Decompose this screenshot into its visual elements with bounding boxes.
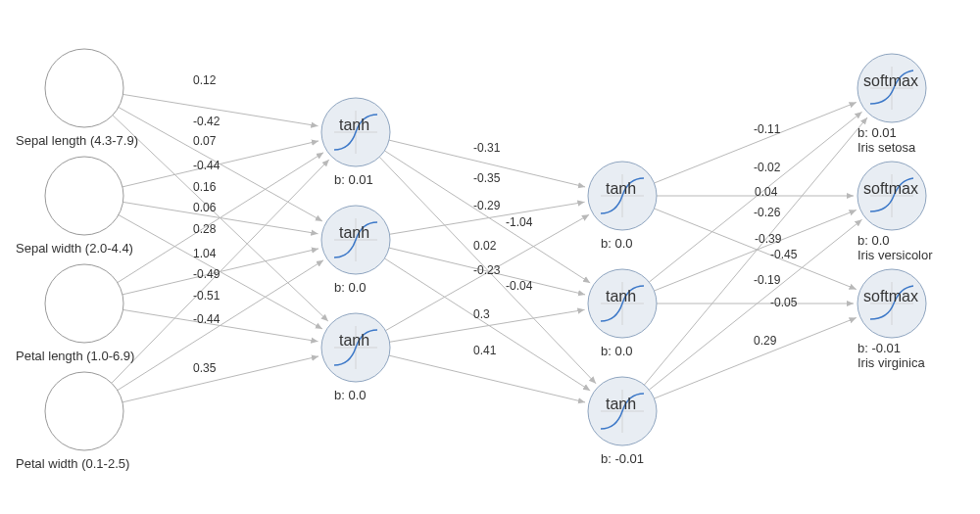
weight-label: 0.3	[473, 307, 490, 321]
input-label: Sepal width (2.0-4.4)	[16, 241, 133, 256]
weight-label: -0.35	[473, 171, 501, 185]
input-label: Petal length (1.0-6.9)	[16, 349, 134, 363]
activation-label: tanh	[606, 288, 636, 304]
weight-label: 0.35	[193, 361, 217, 375]
weight-label: -0.49	[193, 267, 220, 281]
weight-label: -0.05	[770, 296, 798, 309]
activation-label: tanh	[339, 332, 369, 349]
weight-label: -0.51	[193, 289, 220, 303]
weight-label: 0.06	[193, 201, 217, 214]
edge	[122, 356, 318, 402]
edge	[112, 160, 329, 383]
hidden1-node: tanhb: 0.0	[321, 206, 390, 295]
weight-label: -0.39	[755, 232, 782, 246]
edge	[384, 258, 590, 391]
weight-label: 0.02	[473, 239, 497, 253]
weight-label: -0.19	[754, 273, 781, 287]
edge	[118, 153, 323, 283]
weight-label: 0.12	[193, 73, 217, 87]
weight-label: -0.04	[506, 279, 533, 293]
output-node: softmaxb: -0.01Iris virginica	[858, 269, 926, 370]
weight-label: -0.42	[193, 115, 220, 128]
bias-label: b: -0.01	[858, 341, 901, 355]
bias-label: b: -0.01	[601, 451, 644, 466]
edge	[654, 317, 856, 398]
bias-label: b: 0.0	[601, 344, 633, 358]
weight-label: 0.28	[193, 222, 217, 236]
edge	[122, 141, 318, 187]
activation-label: softmax	[863, 72, 918, 89]
bias-label: b: 0.0	[334, 388, 367, 402]
bias-label: b: 0.01	[858, 125, 897, 140]
hidden2-node: tanhb: 0.0	[588, 162, 657, 251]
hidden2-node: tanhb: -0.01	[588, 377, 657, 466]
activation-label: tanh	[606, 180, 636, 197]
output-node: softmaxb: 0.0Iris versicolor	[858, 162, 933, 262]
edge	[118, 260, 323, 391]
weight-label: -0.02	[754, 161, 781, 174]
weight-label: 0.04	[755, 185, 778, 199]
activation-label: tanh	[339, 224, 369, 241]
weight-label: 0.07	[193, 134, 217, 148]
activation-label: softmax	[863, 180, 918, 197]
edge	[389, 355, 585, 402]
class-label: Iris virginica	[858, 355, 925, 370]
class-label: Iris versicolor	[858, 248, 933, 262]
weight-label: -0.44	[193, 312, 220, 326]
weight-label: -0.26	[754, 206, 781, 219]
hidden1-node: tanhb: 0.0	[321, 313, 390, 402]
bias-label: b: 0.01	[334, 172, 373, 187]
weight-label: -0.23	[473, 263, 501, 277]
weight-label: -0.45	[770, 248, 798, 261]
weight-label: -0.11	[754, 122, 781, 136]
activation-label: tanh	[606, 396, 636, 412]
input-label: Petal width (0.1-2.5)	[16, 456, 129, 471]
activation-label: tanh	[339, 117, 369, 133]
bias-label: b: 0.0	[334, 280, 367, 295]
hidden1-node: tanhb: 0.01	[321, 98, 390, 187]
input-node	[45, 264, 123, 343]
weight-label: 0.16	[193, 180, 217, 194]
edge	[122, 94, 318, 125]
weight-label: 1.04	[193, 247, 217, 260]
weight-label: 0.29	[754, 334, 777, 348]
bias-label: b: 0.0	[601, 236, 633, 251]
input-node	[45, 157, 123, 235]
weight-label: -0.31	[473, 141, 501, 155]
class-label: Iris setosa	[858, 140, 916, 155]
weight-label: 0.41	[473, 344, 497, 357]
output-node: softmaxb: 0.01Iris setosa	[858, 54, 926, 155]
hidden2-node: tanhb: 0.0	[588, 269, 657, 358]
input-label: Sepal length (4.3-7.9)	[16, 133, 138, 148]
bias-label: b: 0.0	[858, 233, 890, 248]
input-node	[45, 372, 123, 450]
activation-label: softmax	[863, 288, 918, 304]
weight-label: -1.04	[506, 215, 533, 229]
weight-label: -0.29	[473, 199, 501, 212]
weight-label: -0.44	[193, 159, 220, 172]
input-node	[45, 49, 123, 127]
